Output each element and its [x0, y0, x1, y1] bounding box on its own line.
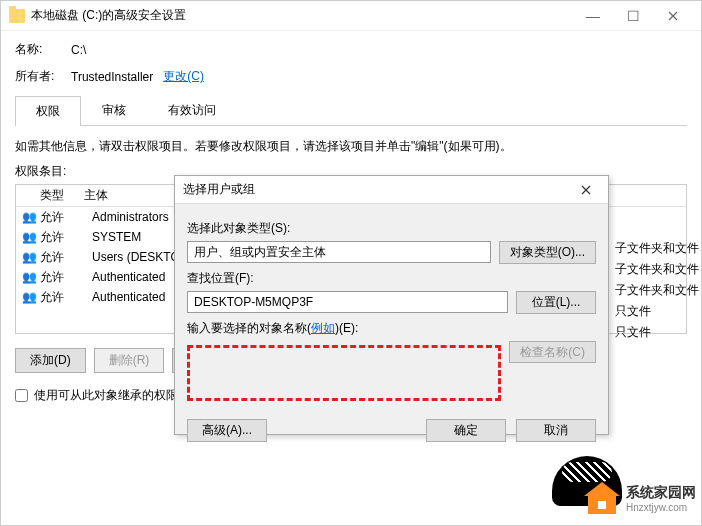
titlebar: 本地磁盘 (C:)的高级安全设置 — ☐ [1, 1, 701, 31]
dialog-title: 选择用户或组 [183, 181, 572, 198]
house-icon [584, 480, 620, 516]
select-user-or-group-dialog: 选择用户或组 选择此对象类型(S): 用户、组或内置安全主体 对象类型(O)..… [174, 175, 609, 435]
tab-audit[interactable]: 审核 [81, 95, 147, 125]
object-names-label: 输入要选择的对象名称(例如)(E): [187, 320, 596, 337]
watermark: 系统家园网 Hnzxtjyw.com [584, 480, 696, 516]
window-title: 本地磁盘 (C:)的高级安全设置 [31, 7, 573, 24]
ok-button[interactable]: 确定 [426, 419, 506, 442]
change-owner-link[interactable]: 更改(C) [163, 68, 204, 85]
instruction-text: 如需其他信息，请双击权限项目。若要修改权限项目，请选择该项目并单击"编辑"(如果… [15, 138, 687, 155]
owner-label: 所有者: [15, 68, 71, 85]
locations-button[interactable]: 位置(L)... [516, 291, 596, 314]
dialog-titlebar: 选择用户或组 [175, 176, 608, 204]
check-names-button: 检查名称(C) [509, 341, 596, 363]
folder-icon [9, 9, 25, 23]
location-input: DESKTOP-M5MQP3F [187, 291, 508, 313]
window-controls: — ☐ [573, 4, 693, 28]
name-row: 名称: C:\ [15, 41, 687, 58]
users-icon: 👥 [20, 270, 38, 284]
watermark-text: 系统家园网 [626, 484, 696, 502]
object-type-input: 用户、组或内置安全主体 [187, 241, 491, 263]
minimize-button[interactable]: — [573, 4, 613, 28]
object-type-label: 选择此对象类型(S): [187, 220, 596, 237]
applies-to-column: 子文件夹和文件 子文件夹和文件 子文件夹和文件 只文件 只文件 [615, 238, 699, 343]
dialog-footer: 高级(A)... 确定 取消 [175, 411, 608, 452]
replace-inheritance-checkbox[interactable] [15, 389, 28, 402]
location-label: 查找位置(F): [187, 270, 596, 287]
users-icon: 👥 [20, 250, 38, 264]
dialog-body: 选择此对象类型(S): 用户、组或内置安全主体 对象类型(O)... 查找位置(… [175, 204, 608, 411]
name-label: 名称: [15, 41, 71, 58]
users-icon: 👥 [20, 230, 38, 244]
owner-value: TrustedInstaller [71, 70, 153, 84]
users-icon: 👥 [20, 290, 38, 304]
add-button[interactable]: 添加(D) [15, 348, 86, 373]
cancel-button[interactable]: 取消 [516, 419, 596, 442]
tabs: 权限 审核 有效访问 [15, 95, 687, 126]
remove-button: 删除(R) [94, 348, 165, 373]
watermark-subtext: Hnzxtjyw.com [626, 502, 696, 513]
object-types-button[interactable]: 对象类型(O)... [499, 241, 596, 264]
tab-effective-access[interactable]: 有效访问 [147, 95, 237, 125]
advanced-button[interactable]: 高级(A)... [187, 419, 267, 442]
object-names-textarea[interactable] [187, 345, 501, 401]
close-button[interactable] [653, 4, 693, 28]
owner-row: 所有者: TrustedInstaller 更改(C) [15, 68, 687, 85]
name-value: C:\ [71, 43, 86, 57]
users-icon: 👥 [20, 210, 38, 224]
example-link[interactable]: 例如 [311, 321, 335, 335]
col-type[interactable]: 类型 [16, 187, 76, 204]
dialog-close-button[interactable] [572, 179, 600, 201]
tab-permissions[interactable]: 权限 [15, 96, 81, 126]
maximize-button[interactable]: ☐ [613, 4, 653, 28]
